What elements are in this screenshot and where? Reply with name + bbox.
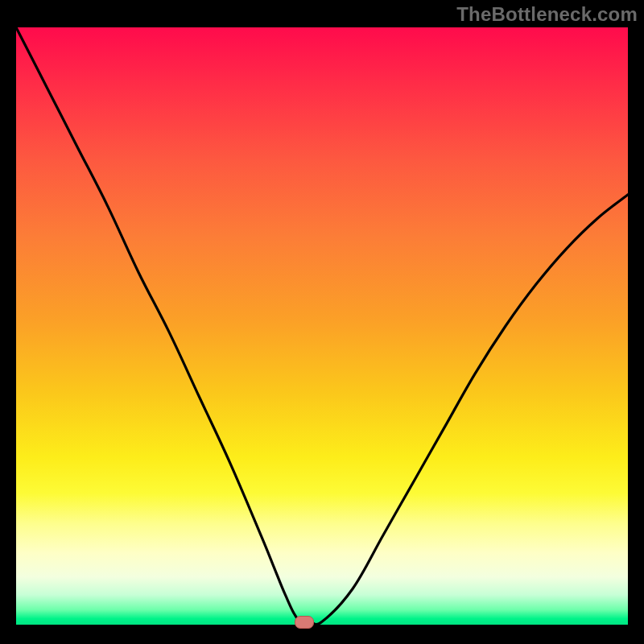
chart-container: TheBottleneck.com	[0, 0, 644, 644]
optimal-point-marker	[295, 616, 314, 629]
bottleneck-curve	[16, 27, 628, 625]
plot-area	[16, 27, 628, 625]
watermark-text: TheBottleneck.com	[456, 3, 638, 26]
